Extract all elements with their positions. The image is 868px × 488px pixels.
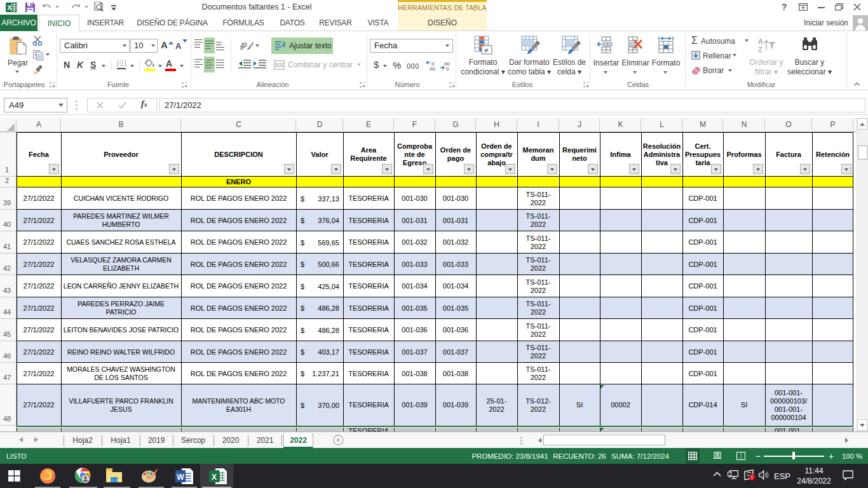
svg-text:00: 00	[430, 66, 435, 71]
svg-text:X: X	[7, 4, 12, 11]
svg-text:!: !	[751, 475, 752, 480]
svg-text:ab: ab	[240, 39, 249, 52]
svg-text:W: W	[177, 473, 184, 482]
svg-text:≠: ≠	[484, 46, 488, 54]
svg-text:A: A	[758, 37, 763, 45]
svg-text:Z: Z	[758, 46, 763, 53]
svg-text:X: X	[212, 473, 217, 482]
